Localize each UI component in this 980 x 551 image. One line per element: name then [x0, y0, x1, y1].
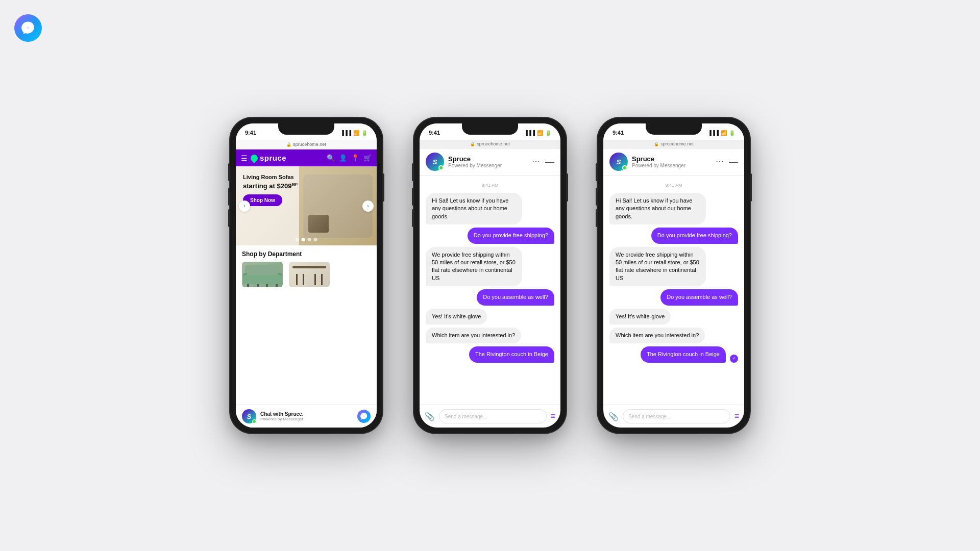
send-icon-3[interactable]: ≡ — [734, 412, 739, 421]
sofa-leg-4 — [276, 284, 278, 287]
url-bar-2: 🔒 sprucehome.net — [420, 140, 560, 148]
notch-1 — [278, 123, 334, 135]
carousel-arrow-left[interactable]: ‹ — [239, 201, 250, 212]
timestamp-3: 9:41 AM — [609, 183, 738, 188]
table-leg-3 — [314, 274, 316, 285]
phone-2-screen: 9:41 ▐▐▐ 📶 🔋 🔒 sprucehome.net S — [420, 123, 560, 428]
msg-p3-7: The Rivington couch in Beige — [641, 346, 726, 362]
spruce-navbar: ☰ spruce 🔍 👤 📍 🛒 — [236, 149, 377, 166]
send-icon-2[interactable]: ≡ — [551, 412, 555, 421]
sofa-leg-3 — [266, 284, 268, 287]
battery-icon-3: 🔋 — [729, 130, 735, 136]
read-receipt-badge — [730, 355, 738, 363]
phones-container: 9:41 ▐▐▐ 📶 🔋 🔒 sprucehome.net ☰ — [209, 97, 771, 454]
nav-icons: 🔍 👤 📍 🛒 — [327, 154, 372, 162]
status-time-2: 9:41 — [429, 130, 440, 136]
dept-item-sofa[interactable] — [242, 262, 283, 287]
wifi-icon-2: 📶 — [537, 130, 543, 136]
signal-icon-2: ▐▐▐ — [524, 130, 535, 136]
messenger-chat-button[interactable] — [357, 410, 371, 423]
url-bar-1: 🔒 sprucehome.net — [236, 140, 377, 149]
msg-5: Yes! It's white-glove — [426, 309, 487, 324]
table-top — [292, 266, 326, 268]
wifi-icon-3: 📶 — [721, 130, 727, 136]
msg-p3-6: Which item are you interested in? — [609, 328, 705, 343]
status-icons-2: ▐▐▐ 📶 🔋 — [524, 130, 551, 136]
input-bar-2: 📎 Send a message... ≡ — [420, 405, 560, 428]
carousel-arrow-right[interactable]: › — [362, 201, 374, 212]
more-options-button-3[interactable]: ⋯ — [716, 158, 724, 166]
msg-4-wrapper: Do you assemble as well? — [426, 289, 554, 305]
contact-name-3: Spruce — [632, 155, 712, 163]
url-text-3: 🔒 sprucehome.net — [654, 141, 694, 146]
spruce-avatar-2: S — [426, 153, 444, 171]
url-text-2: 🔒 sprucehome.net — [470, 141, 510, 146]
messenger-header-3: S Spruce Powered by Messenger ⋯ — — [603, 148, 744, 176]
sofa-legs — [247, 284, 278, 287]
msg-p3-3: We provide free shipping within 50 miles… — [609, 247, 706, 287]
account-icon[interactable]: 👤 — [339, 154, 347, 162]
chat-avatar: S — [242, 409, 256, 423]
header-info-3: Spruce Powered by Messenger — [632, 155, 712, 168]
battery-icon-2: 🔋 — [545, 130, 551, 136]
chat-plugin-widget[interactable]: S Chat with Spruce. Powered by Messenger — [236, 405, 377, 428]
messages-area-2: 9:41 AM Hi Sal! Let us know if you have … — [420, 176, 560, 405]
sofa-thumbnail — [242, 262, 283, 287]
msg-7: The Rivington couch in Beige — [469, 346, 554, 362]
msg-p3-2: Do you provide free shipping? — [651, 228, 738, 243]
online-dot-2 — [438, 165, 444, 170]
msg-4: Do you assemble as well? — [477, 289, 554, 305]
minimize-button-3[interactable]: — — [729, 157, 738, 167]
hero-title: Living Room Sofas — [243, 173, 312, 181]
wifi-icon-1: 📶 — [353, 130, 359, 136]
minimize-button-2[interactable]: — — [545, 157, 554, 167]
chat-plugin-subtitle: Powered by Messenger — [260, 417, 353, 421]
notch-2 — [462, 123, 518, 135]
search-icon[interactable]: 🔍 — [327, 154, 335, 162]
cart-icon[interactable]: 🛒 — [363, 154, 372, 162]
contact-sub-2: Powered by Messenger — [448, 163, 528, 168]
lock-icon-3: 🔒 — [654, 142, 659, 146]
table-leg-2 — [303, 274, 304, 285]
table-leg-1 — [296, 274, 298, 285]
chat-plugin-title: Chat with Spruce. — [260, 411, 353, 417]
contact-sub-3: Powered by Messenger — [632, 163, 712, 168]
message-input-2[interactable]: Send a message... — [439, 409, 547, 423]
dot-1[interactable] — [296, 238, 299, 241]
message-input-3[interactable]: Send a message... — [623, 409, 730, 423]
msg-1: Hi Sal! Let us know if you have any ques… — [426, 193, 522, 224]
msg-p3-7-wrapper: The Rivington couch in Beige — [609, 346, 738, 362]
phone-2: 9:41 ▐▐▐ 📶 🔋 🔒 sprucehome.net S — [413, 117, 567, 434]
phone-1-screen: 9:41 ▐▐▐ 📶 🔋 🔒 sprucehome.net ☰ — [236, 123, 377, 428]
status-time-1: 9:41 — [245, 130, 256, 136]
timestamp-2: 9:41 AM — [426, 183, 554, 188]
chat-plugin-text: Chat with Spruce. Powered by Messenger — [260, 411, 353, 421]
dot-2[interactable] — [302, 238, 305, 241]
msg-7-wrapper: The Rivington couch in Beige — [426, 346, 554, 362]
spruce-brand-name: spruce — [260, 154, 286, 162]
hero-banner: Living Room Sofas starting at $20999* Sh… — [236, 166, 377, 245]
msg-p3-2-wrapper: Do you provide free shipping? — [609, 228, 738, 243]
contact-name-2: Spruce — [448, 155, 528, 163]
dept-item-table[interactable] — [289, 262, 330, 287]
online-dot-3 — [622, 165, 627, 170]
status-icons-1: ▐▐▐ 📶 🔋 — [340, 130, 368, 136]
phone-3-screen: 9:41 ▐▐▐ 📶 🔋 🔒 sprucehome.net S — [603, 123, 744, 428]
status-time-3: 9:41 — [612, 130, 624, 136]
dot-3[interactable] — [308, 238, 311, 241]
location-icon[interactable]: 📍 — [351, 154, 359, 162]
carousel-dots — [296, 238, 317, 241]
spruce-pin-icon — [249, 153, 259, 163]
attachment-icon-2[interactable]: 📎 — [425, 412, 435, 421]
header-actions-2: ⋯ — — [532, 157, 554, 167]
shop-dept-title: Shop by Department — [242, 251, 371, 258]
msg-p3-5: Yes! It's white-glove — [609, 309, 671, 324]
sofa-leg-2 — [257, 284, 259, 287]
spruce-logo-nav: spruce — [251, 154, 324, 162]
more-options-button-2[interactable]: ⋯ — [532, 158, 540, 166]
hamburger-icon[interactable]: ☰ — [241, 154, 248, 162]
attachment-icon-3[interactable]: 📎 — [608, 412, 619, 421]
hero-price: starting at $20999* — [243, 182, 312, 190]
dot-4[interactable] — [314, 238, 317, 241]
sofa-leg-1 — [247, 284, 249, 287]
